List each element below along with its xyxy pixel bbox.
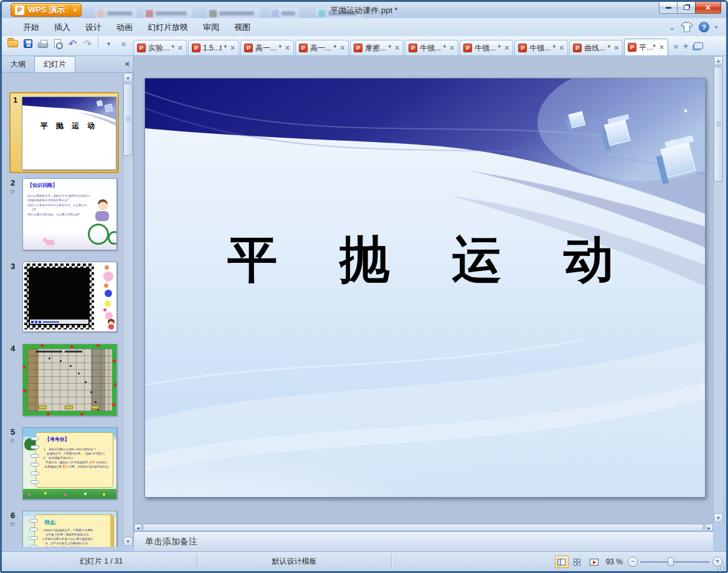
doc-tab[interactable]: P牛顿... *× — [460, 40, 513, 55]
media-controls[interactable] — [30, 320, 88, 324]
thumbnail-slide-4[interactable] — [22, 344, 117, 416]
doc-tab-active[interactable]: P平...*× — [624, 39, 668, 55]
view-sorter-button[interactable] — [571, 556, 585, 568]
skin-tshirt-icon[interactable] — [681, 22, 693, 32]
undo-button[interactable]: ↶ — [67, 38, 78, 50]
tab-close-icon[interactable]: × — [504, 44, 509, 52]
save-button[interactable] — [22, 38, 34, 50]
slide-canvas[interactable]: 平 抛 运 动 — [144, 78, 706, 498]
scroll-left-button[interactable]: ◀ — [134, 524, 142, 531]
video-player[interactable] — [29, 268, 90, 325]
redo-button[interactable]: ↷ — [82, 38, 93, 50]
ppt-file-icon: P — [573, 44, 582, 52]
thumbnail-slide-6[interactable]: 特点: ①抛体运动初速度水平，只受重力 作用的 匀变速 力作用，是典型的曲线运动… — [22, 511, 117, 547]
scroll-tabs-right-button[interactable]: » — [673, 41, 678, 51]
tab-outline[interactable]: 大纲 — [2, 57, 34, 72]
titlebar-ghost-artifact — [207, 8, 260, 19]
menu-view[interactable]: 视图 — [227, 19, 258, 36]
doc-tab[interactable]: P实验... *× — [133, 40, 187, 55]
panel-close-icon[interactable]: × — [125, 59, 130, 69]
thumb-grip — [716, 122, 721, 123]
arrow-down-icon: ▼ — [716, 516, 721, 520]
main-horizontal-scrollbar[interactable]: ◀ ▶ — [134, 523, 713, 531]
scrollbar-thumb[interactable] — [714, 67, 723, 182]
arrow-up-icon: ▲ — [716, 59, 721, 63]
thumbnail-slide-3[interactable] — [22, 262, 117, 332]
tab-close-icon[interactable]: × — [450, 44, 454, 52]
thumbnail-slide-5[interactable]: 【考考你】 1、 抛体运动是什么样的一种运动的特征？ 初速度水平，只受重力作用。… — [22, 427, 117, 500]
menu-review[interactable]: 审阅 — [196, 19, 227, 36]
tab-close-icon[interactable]: × — [395, 44, 399, 52]
thumbnail-slide-2[interactable]: 【知识回顾】 (1)什么是曲线运动，曲线运动 中速度的方向如何？ (2)物体做曲… — [22, 178, 117, 250]
thumb-slide-title: 平 抛 运 动 — [22, 121, 116, 131]
tab-close-icon[interactable]: × — [659, 43, 664, 52]
tab-close-icon[interactable]: × — [178, 44, 182, 52]
wps-logo-icon: P — [15, 6, 24, 15]
wps-app-button[interactable]: P WPS 演示 ▾ — [11, 3, 82, 17]
thumbnail-slide-1-selected[interactable]: 1 平 抛 运 动 — [9, 92, 119, 173]
minimize-button[interactable] — [659, 2, 677, 14]
close-icon: × — [706, 2, 711, 12]
menu-insert[interactable]: 插入 — [47, 19, 78, 36]
tab-close-icon[interactable]: × — [285, 44, 290, 52]
print-button[interactable] — [37, 38, 49, 50]
print-preview-button[interactable] — [52, 38, 64, 50]
doc-tab[interactable]: P摩擦... *× — [350, 40, 404, 55]
restore-button[interactable] — [677, 2, 695, 14]
doc-tab[interactable]: P牛顿... *× — [405, 40, 458, 55]
scrollbar-thumb[interactable] — [143, 524, 704, 531]
toolbar-options-button[interactable]: ▾ — [103, 38, 115, 50]
notes-pane[interactable]: 单击添加备注 — [134, 531, 713, 551]
deco-dot — [104, 283, 108, 288]
doc-tab[interactable]: P高一... *× — [295, 40, 349, 55]
scrollbar-thumb[interactable] — [123, 83, 133, 156]
deco-dot — [105, 301, 111, 307]
doc-tab[interactable]: P1.5...t *× — [188, 40, 239, 55]
collapse-ribbon-icon[interactable]: ⌄ — [669, 23, 675, 32]
close-button[interactable]: × — [695, 2, 721, 14]
scroll-down-button[interactable]: ▼ — [714, 513, 723, 523]
tab-close-icon[interactable]: × — [230, 44, 235, 52]
titlebar-ghost-artifact — [144, 8, 192, 19]
photo-caption-artifact — [36, 351, 62, 353]
zoom-out-button[interactable]: − — [628, 557, 638, 567]
scroll-up-button[interactable]: ▲ — [714, 56, 723, 65]
print-preview-icon — [54, 39, 61, 48]
wps-dropdown-icon[interactable]: ▾ — [70, 5, 78, 15]
main-vertical-scrollbar[interactable]: ▲ ▼ — [713, 56, 723, 523]
doc-tab[interactable]: P高一... *× — [240, 40, 294, 55]
tab-close-icon[interactable]: × — [559, 44, 564, 52]
thumbnail-slide-1[interactable]: 平 抛 运 动 — [22, 97, 116, 170]
menu-design[interactable]: 设计 — [78, 19, 109, 36]
menu-slideshow[interactable]: 幻灯片放映 — [140, 19, 196, 36]
menu-bar: 开始 插入 设计 动画 幻灯片放映 审阅 视图 ⌄ ? ▾ — [2, 18, 726, 36]
animation-star-icon: ☆ — [9, 437, 16, 445]
scroll-tabs-left-button[interactable]: « — [118, 38, 130, 50]
arrange-windows-icon[interactable] — [694, 42, 703, 49]
view-slideshow-button[interactable] — [587, 556, 601, 568]
menu-home[interactable]: 开始 — [16, 19, 47, 36]
scroll-down-button[interactable]: ▼ — [123, 537, 133, 546]
zoom-slider-thumb[interactable] — [668, 557, 674, 566]
zoom-slider[interactable] — [640, 557, 710, 567]
help-dropdown-icon[interactable]: ▾ — [715, 24, 717, 30]
doc-tab[interactable]: P牛顿... *× — [514, 40, 568, 55]
save-icon — [24, 39, 32, 48]
thumbnail-scrollbar[interactable]: ▲ ▼ — [123, 73, 133, 547]
new-tab-button[interactable]: + — [683, 40, 689, 51]
thumb-text-block: ①抛体运动初速度水平，只受重力 作用的 匀变速 力作用，是典型的曲线运动。 ②平… — [42, 528, 117, 547]
open-button[interactable] — [7, 38, 19, 50]
tab-close-icon[interactable]: × — [340, 44, 344, 52]
scroll-right-button[interactable]: ▶ — [705, 524, 713, 531]
arrow-up-icon: ▲ — [126, 75, 130, 80]
normal-view-icon — [557, 559, 565, 566]
scroll-up-button[interactable]: ▲ — [123, 73, 133, 82]
tab-slides[interactable]: 幻灯片 — [34, 56, 75, 72]
tab-close-icon[interactable]: × — [614, 44, 618, 52]
resize-grip[interactable] — [717, 562, 725, 570]
help-button[interactable]: ? — [699, 22, 709, 32]
slide-title-text[interactable]: 平 抛 运 动 — [145, 227, 705, 294]
doc-tab[interactable]: P曲线... *× — [569, 40, 623, 55]
view-normal-button[interactable] — [555, 556, 569, 568]
menu-animation[interactable]: 动画 — [109, 19, 140, 36]
